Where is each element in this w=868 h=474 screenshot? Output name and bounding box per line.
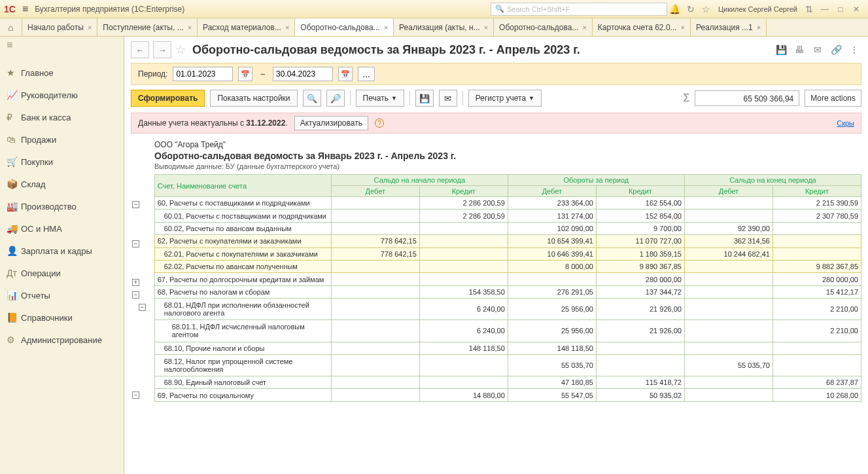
- sidebar-item[interactable]: 📈Руководителю: [0, 84, 124, 106]
- sidebar-item[interactable]: ≡: [0, 39, 124, 62]
- report-table: Счет, Наименование счета Сальдо на начал…: [154, 174, 861, 402]
- close-button[interactable]: ✕: [848, 5, 864, 14]
- tab[interactable]: Оборотно-сальдова...×: [295, 18, 394, 36]
- date-to-input[interactable]: [273, 67, 333, 81]
- close-tab-icon[interactable]: ×: [88, 24, 92, 31]
- history-icon[interactable]: ↻: [683, 4, 699, 14]
- back-button[interactable]: ←: [131, 41, 149, 58]
- tree-toggle[interactable]: −: [139, 304, 146, 311]
- user-name[interactable]: Цикилек Сергей Сергей: [714, 5, 801, 13]
- table-row[interactable]: 62.01, Расчеты с покупателями и заказчик…: [154, 247, 861, 260]
- star-icon[interactable]: ☆: [699, 4, 714, 14]
- table-row[interactable]: 68.12, Налог при упрощенной системе нало…: [154, 354, 861, 376]
- close-tab-icon[interactable]: ×: [188, 24, 192, 31]
- sidebar-item[interactable]: 🛒Покупки: [0, 151, 124, 173]
- total-field: 65 509 366,94: [695, 90, 799, 106]
- tree-toggle[interactable]: +: [132, 279, 139, 286]
- close-tab-icon[interactable]: ×: [285, 24, 289, 31]
- minimize-button[interactable]: —: [817, 5, 833, 14]
- page-header: ← → ☆ Оборотно-сальдовая ведомость за Ян…: [124, 37, 868, 63]
- sidebar-item[interactable]: ₽Банк и касса: [0, 106, 124, 128]
- find-button[interactable]: 🔍: [303, 90, 321, 107]
- period-panel: Период: 📅 – 📅 ...: [131, 63, 861, 85]
- table-row[interactable]: 60.01, Расчеты с поставщиками и подрядчи…: [154, 210, 861, 222]
- tab[interactable]: Начало работы×: [22, 18, 97, 36]
- tab[interactable]: Оборотно-сальдова...×: [494, 18, 593, 36]
- sidebar-item[interactable]: ⚙Администрирование: [0, 329, 124, 351]
- more-actions-button[interactable]: More actions: [805, 90, 861, 107]
- sidebar-item[interactable]: 📦Склад: [0, 173, 124, 195]
- table-row[interactable]: 60.02, Расчеты по авансам выданным102 09…: [154, 222, 861, 234]
- close-tab-icon[interactable]: ×: [484, 24, 488, 31]
- app-title: Бухгалтерия предприятия (1C:Enterprise): [35, 5, 184, 14]
- date-from-input[interactable]: [173, 67, 233, 81]
- sidebar-item[interactable]: 📊Отчеты: [0, 284, 124, 306]
- tab[interactable]: Поступление (акты, ...×: [97, 18, 198, 36]
- sidebar-item[interactable]: 🏭Производство: [0, 195, 124, 217]
- mail-icon[interactable]: ✉: [810, 43, 825, 57]
- forward-button[interactable]: →: [153, 41, 171, 58]
- tab[interactable]: Реализация ...1×: [691, 18, 767, 36]
- tree-toggle[interactable]: −: [132, 291, 139, 299]
- tab[interactable]: Расход материалов...×: [198, 18, 295, 36]
- sidebar-item[interactable]: 🛍Продажи: [0, 128, 124, 151]
- close-tab-icon[interactable]: ×: [681, 24, 685, 31]
- table-row[interactable]: 68.90, Единый налоговый счет47 180,85115…: [154, 376, 861, 389]
- tree-toggle[interactable]: −: [132, 201, 139, 208]
- sigma-icon: Σ: [683, 92, 689, 104]
- table-row[interactable]: 68.10, Прочие налоги и сборы148 118,5014…: [154, 342, 861, 354]
- save-file-icon[interactable]: 💾: [415, 90, 434, 107]
- calendar-to-button[interactable]: 📅: [338, 67, 353, 81]
- tree-toggle[interactable]: −: [132, 240, 139, 247]
- show-settings-button[interactable]: Показать настройки: [210, 90, 297, 107]
- table-row[interactable]: 68.01.1, НДФЛ исчисленный налоговым аген…: [154, 320, 861, 342]
- table-row[interactable]: 67, Расчеты по долгосрочным кредитам и з…: [154, 273, 861, 285]
- sidebar: ≡★Главное📈Руководителю₽Банк и касса🛍Прод…: [0, 37, 124, 474]
- period-label: Период:: [138, 69, 167, 79]
- sidebar-item[interactable]: 👤Зарплата и кадры: [0, 240, 124, 262]
- maximize-button[interactable]: □: [833, 5, 848, 14]
- table-row[interactable]: 69, Расчеты по социальному14 880,0055 54…: [154, 389, 861, 402]
- table-row[interactable]: 62.02, Расчеты по авансам полученным8 00…: [154, 261, 861, 273]
- report-area: ООО "Агора Трейд" Оборотно-сальдовая вед…: [124, 137, 868, 474]
- table-row[interactable]: 60, Расчеты с поставщиками и подрядчикам…: [154, 197, 861, 210]
- save-icon[interactable]: 💾: [774, 43, 788, 57]
- tab[interactable]: Карточка счета 62.0...×: [593, 18, 691, 36]
- print-button[interactable]: Печать ▼: [356, 90, 404, 107]
- sidebar-item[interactable]: ДтОперации: [0, 262, 124, 284]
- close-tab-icon[interactable]: ×: [757, 24, 761, 31]
- hide-link[interactable]: Скры: [837, 119, 854, 127]
- register-button[interactable]: Регистр учета ▼: [468, 90, 542, 107]
- filter-icon[interactable]: ⇅: [801, 4, 817, 14]
- close-tab-icon[interactable]: ×: [582, 24, 586, 31]
- sidebar-item[interactable]: 🚚ОС и НМА: [0, 217, 124, 240]
- help-icon[interactable]: ?: [375, 119, 384, 128]
- form-button[interactable]: Сформировать: [131, 90, 205, 107]
- tab-bar: ⌂ Начало работы×Поступление (акты, ...×Р…: [0, 18, 868, 37]
- hamburger-icon[interactable]: ≡: [22, 3, 28, 15]
- sidebar-item[interactable]: ★Главное: [0, 62, 124, 84]
- warning-bar: Данные учета неактуальны с 31.12.2022. А…: [131, 113, 861, 134]
- period-picker-button[interactable]: ...: [358, 67, 375, 81]
- tab[interactable]: Реализация (акты, н...×: [394, 18, 494, 36]
- link-icon[interactable]: 🔗: [829, 43, 843, 57]
- app-topbar: 1C ≡ Бухгалтерия предприятия (1C:Enterpr…: [0, 0, 868, 18]
- search-input[interactable]: 🔍 Search Ctrl+Shift+F: [491, 3, 667, 16]
- bell-icon[interactable]: 🔔: [667, 4, 683, 14]
- table-row[interactable]: 68, Расчеты по налогам и сборам154 358,5…: [154, 285, 861, 298]
- favorite-star-icon[interactable]: ☆: [175, 43, 186, 57]
- actualize-button[interactable]: Актуализировать: [294, 116, 368, 130]
- col-group-end: Сальдо на конец периода: [684, 175, 861, 186]
- table-row[interactable]: 62, Расчеты с покупателями и заказчиками…: [154, 235, 861, 247]
- print-icon[interactable]: 🖶: [792, 43, 807, 57]
- sidebar-item[interactable]: 📙Справочники: [0, 306, 124, 329]
- close-tab-icon[interactable]: ×: [384, 24, 388, 31]
- tree-toggle[interactable]: −: [132, 392, 139, 399]
- col-account: Счет, Наименование счета: [154, 175, 331, 197]
- more-icon[interactable]: ⋮: [847, 43, 861, 57]
- email-icon[interactable]: ✉: [439, 90, 457, 107]
- home-tab[interactable]: ⌂: [0, 18, 22, 36]
- calendar-from-button[interactable]: 📅: [238, 67, 252, 81]
- table-row[interactable]: 68.01, НДФЛ при исполнении обязанностей …: [154, 299, 861, 320]
- find-next-button[interactable]: 🔎: [326, 90, 345, 107]
